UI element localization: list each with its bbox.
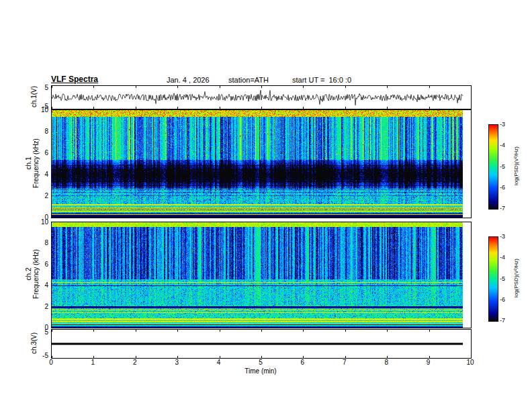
ch3-waveform-y-tick-label: -5 — [32, 351, 48, 359]
ch1-colorbar — [488, 124, 498, 210]
x-tick-label: 9 — [427, 359, 431, 366]
x-tick-label: 8 — [384, 359, 388, 366]
x-tick-label: 10 — [466, 359, 474, 366]
ch2-spectrogram-y-tick-label: 8 — [32, 239, 48, 246]
ch1-spectrogram-y-tick-label: 2 — [32, 192, 48, 199]
ch1-spectrogram-ylabel-line2: Frequency (kHz) — [32, 138, 40, 188]
x-tick-label: 6 — [301, 359, 305, 366]
ch2-colorbar-tick-label: -5 — [500, 275, 505, 282]
ch2-spectrogram-panel — [51, 222, 472, 328]
ch2-spectrogram-y-tick-label: 2 — [32, 302, 48, 310]
ch2-spectrogram-y-tick-label: 4 — [32, 281, 48, 289]
ch1-spectrogram-ylabel: ch.1 Frequency (kHz) — [25, 138, 40, 188]
ch2-colorbar — [488, 236, 498, 322]
x-tick-label: 2 — [133, 359, 137, 366]
ch2-spectrogram-y-tick-label: 10 — [32, 218, 48, 226]
ch1-spectrogram-panel — [51, 109, 472, 218]
ch1-waveform-y-tick-label: -5 — [32, 103, 48, 110]
ch1-waveform-y-tick-label: 5 — [32, 83, 48, 91]
x-tick-label: 5 — [259, 359, 263, 366]
ch1-colorbar-tick-label: -3 — [500, 121, 505, 128]
ch1-spectrogram-y-tick-label: 6 — [32, 149, 48, 156]
vlf-spectra-figure: VLF Spectra Jan. 4 , 2026 station=ATH st… — [0, 0, 532, 411]
ch2-colorbar-label: log(PSD)(V²/Hz) — [513, 259, 519, 298]
ch1-colorbar-tick-label: -4 — [500, 142, 505, 148]
figure-start-ut: start UT = 16:0 :0 — [292, 76, 351, 84]
ch2-colorbar-tick-label: -4 — [500, 254, 505, 261]
figure-date: Jan. 4 , 2026 — [167, 76, 210, 84]
ch2-colorbar-tick-label: -3 — [500, 233, 505, 240]
x-axis-label: Time (min) — [245, 367, 276, 375]
ch1-spectrogram-y-tick-label: 4 — [32, 171, 48, 178]
ch1-colorbar-tick-label: -5 — [500, 163, 505, 170]
x-tick-label: 1 — [91, 359, 95, 366]
ch2-spectrogram-y-tick-label: 6 — [32, 260, 48, 267]
ch2-spectrogram-ylabel: ch.2 Frequency (kHz) — [25, 249, 40, 299]
ch3-waveform-panel — [51, 329, 472, 359]
x-tick-label: 0 — [49, 359, 53, 366]
ch2-spectrogram-ylabel-line1: ch.2 — [25, 249, 32, 299]
ch1-spectrogram-y-tick-label: 8 — [32, 128, 48, 135]
x-tick-label: 7 — [343, 359, 347, 366]
ch1-spectrogram-ylabel-line1: ch.1 — [25, 138, 32, 188]
figure-title: VLF Spectra — [51, 75, 98, 84]
x-tick-label: 4 — [217, 359, 221, 366]
ch1-colorbar-label: log(PSD)(V²/Hz) — [513, 146, 519, 185]
ch2-colorbar-tick-label: -6 — [500, 296, 505, 303]
ch3-waveform-y-tick-label: 5 — [32, 328, 48, 335]
ch2-spectrogram-ylabel-line2: Frequency (kHz) — [32, 249, 40, 299]
ch2-colorbar-tick-label: -7 — [500, 317, 505, 324]
x-tick-label: 3 — [175, 359, 179, 366]
ch1-waveform-panel — [51, 85, 472, 109]
ch1-colorbar-tick-label: -7 — [500, 205, 505, 212]
ch1-colorbar-tick-label: -6 — [500, 184, 505, 191]
figure-station: station=ATH — [228, 76, 269, 84]
